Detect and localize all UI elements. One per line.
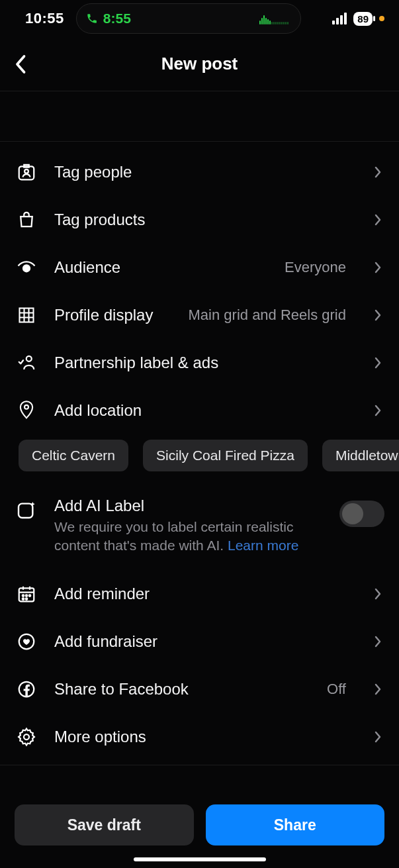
- back-button[interactable]: [9, 52, 33, 76]
- chevron-right-icon: [371, 261, 384, 274]
- tag-people-icon: [16, 162, 37, 183]
- audience-value: Everyone: [285, 259, 346, 276]
- partnership-row[interactable]: Partnership label & ads: [0, 339, 399, 387]
- location-suggestions: Celtic Cavern Sicily Coal Fired Pizza Mi…: [0, 434, 399, 487]
- svg-point-10: [29, 595, 31, 597]
- more-options-label: More options: [54, 728, 346, 746]
- chevron-right-icon: [371, 213, 384, 226]
- grid-icon: [16, 305, 37, 326]
- location-pin-icon: [16, 400, 37, 421]
- caption-area[interactable]: [0, 91, 399, 142]
- location-chip[interactable]: Middletown, C: [322, 440, 399, 471]
- call-indicator: 8:55: [86, 11, 131, 26]
- svg-rect-6: [19, 504, 32, 518]
- profile-display-row[interactable]: Profile display Main grid and Reels grid: [0, 291, 399, 339]
- chevron-right-icon: [371, 404, 384, 417]
- svg-point-15: [24, 734, 29, 740]
- status-bar: 10:55 8:55 89: [0, 0, 399, 37]
- chevron-right-icon: [371, 635, 384, 648]
- ai-label-description: We require you to label certain realisti…: [54, 518, 322, 555]
- tag-people-row[interactable]: Tag people: [0, 148, 399, 196]
- facebook-icon: [16, 679, 37, 700]
- chevron-right-icon: [371, 587, 384, 601]
- ai-label-toggle[interactable]: [339, 501, 384, 527]
- svg-point-11: [22, 598, 24, 600]
- dynamic-island-pill[interactable]: 8:55: [76, 3, 301, 34]
- page-title: New post: [161, 54, 238, 74]
- svg-rect-3: [20, 309, 34, 322]
- share-facebook-label: Share to Facebook: [54, 680, 310, 699]
- tag-products-label: Tag products: [54, 211, 346, 229]
- audience-icon: [16, 257, 37, 278]
- location-chip[interactable]: Celtic Cavern: [19, 440, 128, 471]
- tag-products-row[interactable]: Tag products: [0, 196, 399, 244]
- status-time: 10:55: [25, 10, 64, 27]
- save-draft-button[interactable]: Save draft: [15, 804, 194, 845]
- phone-icon: [86, 13, 98, 24]
- ai-label-title: Add AI Label: [54, 497, 322, 515]
- audience-label: Audience: [54, 258, 267, 277]
- profile-display-value: Main grid and Reels grid: [189, 307, 346, 324]
- svg-point-2: [23, 265, 30, 271]
- home-indicator[interactable]: [134, 857, 266, 861]
- fundraiser-icon: [16, 631, 37, 652]
- audience-row[interactable]: Audience Everyone: [0, 244, 399, 291]
- add-reminder-label: Add reminder: [54, 585, 346, 603]
- cellular-signal-icon: [332, 13, 347, 24]
- chevron-right-icon: [371, 166, 384, 179]
- add-fundraiser-row[interactable]: Add fundraiser: [0, 618, 399, 665]
- partnership-label: Partnership label & ads: [54, 354, 346, 372]
- svg-point-5: [24, 405, 28, 409]
- share-button[interactable]: Share: [206, 804, 385, 845]
- chevron-right-icon: [371, 309, 384, 322]
- chevron-right-icon: [371, 356, 384, 369]
- chevron-left-icon: [15, 54, 27, 74]
- share-facebook-row[interactable]: Share to Facebook Off: [0, 665, 399, 713]
- chevron-right-icon: [371, 730, 384, 744]
- add-location-label: Add location: [54, 401, 346, 420]
- ai-label-row: Add AI Label We require you to label cer…: [0, 487, 399, 570]
- gear-icon: [16, 726, 37, 747]
- more-options-row[interactable]: More options: [0, 713, 399, 761]
- svg-point-8: [22, 595, 24, 597]
- tag-people-label: Tag people: [54, 163, 346, 181]
- call-duration: 8:55: [103, 11, 131, 26]
- add-location-row[interactable]: Add location: [0, 387, 399, 434]
- svg-point-9: [26, 595, 28, 597]
- profile-display-label: Profile display: [54, 306, 171, 324]
- chevron-right-icon: [371, 683, 384, 696]
- location-chip[interactable]: Sicily Coal Fired Pizza: [143, 440, 308, 471]
- svg-point-1: [24, 169, 28, 173]
- bottom-action-bar: Save draft Share: [0, 791, 399, 868]
- add-reminder-row[interactable]: Add reminder: [0, 570, 399, 618]
- ai-sparkle-icon: [16, 499, 37, 520]
- add-fundraiser-label: Add fundraiser: [54, 632, 346, 651]
- svg-point-12: [26, 598, 28, 600]
- tag-products-icon: [16, 209, 37, 230]
- learn-more-link[interactable]: Learn more: [228, 538, 298, 553]
- share-facebook-value: Off: [327, 681, 346, 698]
- mic-in-use-dot: [379, 16, 384, 21]
- battery-indicator: 89: [353, 12, 373, 26]
- partnership-icon: [16, 352, 37, 373]
- audio-waveform-icon: [259, 13, 288, 24]
- svg-point-4: [26, 356, 32, 362]
- header: New post: [0, 37, 399, 91]
- calendar-icon: [16, 583, 37, 604]
